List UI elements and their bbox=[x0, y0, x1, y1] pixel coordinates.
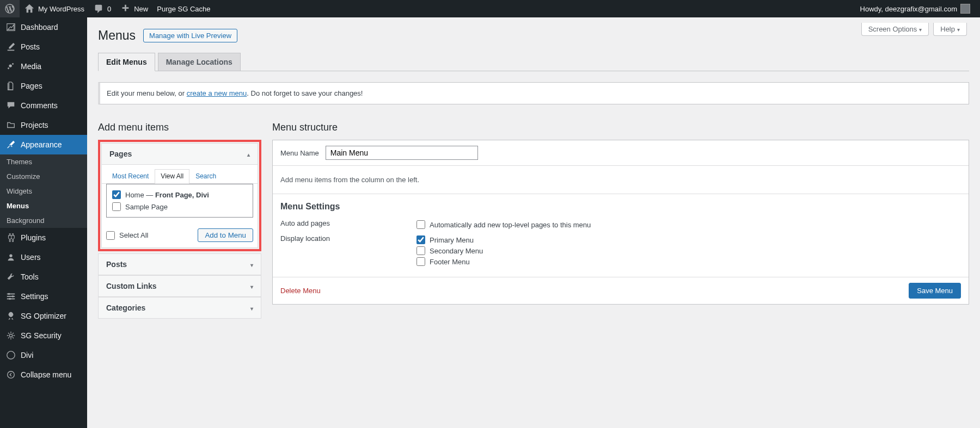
nav-menus[interactable]: Menus bbox=[0, 199, 87, 213]
nav-media-label: Media bbox=[21, 62, 41, 71]
howdy-text: Howdy, deezgrafix@gmail.com bbox=[860, 5, 957, 13]
nav-widgets[interactable]: Widgets bbox=[0, 184, 87, 199]
pages-icon bbox=[5, 80, 16, 91]
comments-count: 0 bbox=[107, 5, 111, 13]
nav-plugins[interactable]: Plugins bbox=[0, 228, 87, 247]
menu-settings-heading: Menu Settings bbox=[280, 202, 961, 212]
posts-icon bbox=[5, 41, 16, 52]
checkbox-primary-menu[interactable] bbox=[416, 235, 425, 244]
menu-panel: Menu Name Add menu items from the column… bbox=[272, 140, 969, 305]
tab-most-recent[interactable]: Most Recent bbox=[106, 169, 155, 183]
nav-users[interactable]: Users bbox=[0, 247, 87, 267]
users-icon bbox=[5, 252, 16, 263]
plus-icon bbox=[120, 3, 131, 14]
checkbox-secondary-menu[interactable] bbox=[416, 246, 425, 255]
screen-options-label: Screen Options bbox=[868, 25, 917, 33]
nav-themes[interactable]: Themes bbox=[0, 154, 87, 169]
comment-icon bbox=[93, 3, 104, 14]
accordion-pages-header[interactable]: Pages bbox=[102, 144, 258, 165]
screen-options-button[interactable]: Screen Options bbox=[861, 23, 929, 36]
checkbox-sample[interactable] bbox=[112, 202, 121, 211]
nav-sg-optimizer-label: SG Optimizer bbox=[21, 312, 66, 320]
location-footer[interactable]: Footer Menu bbox=[416, 256, 961, 267]
tab-view-all[interactable]: View All bbox=[155, 169, 189, 184]
location-secondary[interactable]: Secondary Menu bbox=[416, 245, 961, 256]
page-item-home-prefix: Home — bbox=[125, 191, 155, 199]
plugins-icon bbox=[5, 232, 16, 243]
wp-logo[interactable] bbox=[0, 0, 20, 17]
nav-collapse-label: Collapse menu bbox=[21, 370, 71, 379]
new-content[interactable]: New bbox=[115, 0, 152, 17]
accordion-categories-header[interactable]: Categories bbox=[99, 297, 261, 318]
chevron-down-icon bbox=[248, 303, 253, 312]
page-item-home[interactable]: Home — Front Page, Divi bbox=[112, 189, 247, 201]
accordion-custom-links-header[interactable]: Custom Links bbox=[99, 275, 261, 297]
chevron-up-icon bbox=[245, 150, 250, 158]
accordion-categories-title: Categories bbox=[106, 303, 145, 312]
help-button[interactable]: Help bbox=[933, 23, 967, 36]
nav-tools[interactable]: Tools bbox=[0, 267, 87, 287]
purge-label: Purge SG Cache bbox=[157, 5, 210, 13]
tab-search[interactable]: Search bbox=[189, 169, 222, 183]
svg-point-0 bbox=[9, 64, 11, 67]
nav-settings-label: Settings bbox=[21, 292, 48, 301]
pages-checklist: Home — Front Page, Divi Sample Page bbox=[106, 184, 253, 218]
chevron-down-icon bbox=[248, 282, 253, 290]
comments-icon bbox=[5, 100, 16, 111]
menu-name-input[interactable] bbox=[326, 146, 478, 160]
svg-point-5 bbox=[8, 293, 10, 295]
auto-add-option[interactable]: Automatically add new top-level pages to… bbox=[416, 219, 961, 230]
checkbox-select-all[interactable] bbox=[106, 231, 115, 240]
nav-sg-optimizer[interactable]: SG Optimizer bbox=[0, 306, 87, 326]
account-greeting[interactable]: Howdy, deezgrafix@gmail.com bbox=[856, 0, 975, 17]
location-secondary-label: Secondary Menu bbox=[430, 247, 483, 255]
menu-name-label: Menu Name bbox=[280, 149, 319, 157]
checkbox-auto-add[interactable] bbox=[416, 220, 425, 229]
page-item-sample-label: Sample Page bbox=[125, 203, 168, 211]
nav-projects[interactable]: Projects bbox=[0, 115, 87, 135]
nav-pages[interactable]: Pages bbox=[0, 76, 87, 96]
live-preview-button[interactable]: Manage with Live Preview bbox=[143, 29, 237, 42]
nav-appearance[interactable]: Appearance bbox=[0, 135, 87, 154]
settings-icon bbox=[5, 291, 16, 302]
accordion-custom-links-title: Custom Links bbox=[106, 282, 157, 290]
nav-customize[interactable]: Customize bbox=[0, 169, 87, 184]
checkbox-home[interactable] bbox=[112, 190, 121, 199]
menu-structure-heading: Menu structure bbox=[272, 122, 969, 133]
location-primary[interactable]: Primary Menu bbox=[416, 234, 961, 245]
delete-menu-link[interactable]: Delete Menu bbox=[280, 287, 321, 295]
nav-sg-security[interactable]: SG Security bbox=[0, 326, 87, 345]
comments-bubble[interactable]: 0 bbox=[89, 0, 115, 17]
notice-before: Edit your menu below, or bbox=[107, 89, 187, 97]
checkbox-footer-menu[interactable] bbox=[416, 257, 425, 266]
nav-dashboard[interactable]: Dashboard bbox=[0, 17, 87, 37]
nav-posts[interactable]: Posts bbox=[0, 37, 87, 57]
page-title: Menus bbox=[98, 28, 136, 43]
tab-edit-menus[interactable]: Edit Menus bbox=[98, 53, 155, 71]
save-menu-button[interactable]: Save Menu bbox=[909, 283, 961, 299]
nav-comments[interactable]: Comments bbox=[0, 96, 87, 115]
page-item-sample[interactable]: Sample Page bbox=[112, 201, 247, 213]
tab-manage-locations[interactable]: Manage Locations bbox=[158, 53, 241, 71]
accordion-posts-header[interactable]: Posts bbox=[99, 254, 261, 275]
site-name[interactable]: My WordPress bbox=[20, 0, 89, 17]
nav-collapse[interactable]: Collapse menu bbox=[0, 365, 87, 384]
nav-divi[interactable]: Divi bbox=[0, 345, 87, 365]
purge-cache[interactable]: Purge SG Cache bbox=[152, 0, 215, 17]
add-menu-items-heading: Add menu items bbox=[98, 122, 261, 133]
accordion-posts-title: Posts bbox=[106, 260, 127, 269]
divi-icon bbox=[5, 350, 16, 361]
nav-media[interactable]: Media bbox=[0, 57, 87, 76]
nav-users-label: Users bbox=[21, 253, 41, 262]
nav-projects-label: Projects bbox=[21, 121, 48, 129]
svg-point-6 bbox=[12, 295, 14, 297]
nav-background[interactable]: Background bbox=[0, 213, 87, 228]
nav-settings[interactable]: Settings bbox=[0, 287, 87, 306]
location-primary-label: Primary Menu bbox=[430, 236, 474, 244]
select-all[interactable]: Select All bbox=[106, 229, 148, 241]
create-new-menu-link[interactable]: create a new menu bbox=[187, 89, 247, 97]
add-to-menu-button[interactable]: Add to Menu bbox=[198, 228, 253, 242]
accordion-pages-title: Pages bbox=[109, 150, 132, 158]
nav-divi-label: Divi bbox=[21, 351, 33, 359]
nav-plugins-label: Plugins bbox=[21, 233, 46, 242]
